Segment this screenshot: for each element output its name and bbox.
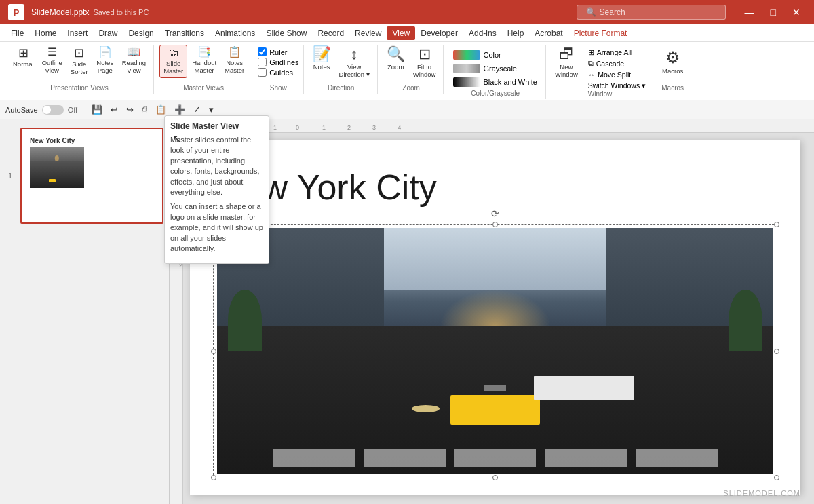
check-button[interactable]: ✓: [191, 103, 204, 116]
menu-slideshow[interactable]: Slide Show: [260, 26, 312, 40]
cascade-label: Cascade: [596, 60, 624, 68]
menu-transitions[interactable]: Transitions: [159, 26, 210, 40]
view-direction-button[interactable]: ↕ ViewDirection ▾: [336, 45, 373, 81]
slide-thumbnail-1[interactable]: 1 New York City: [20, 128, 163, 224]
autosave-toggle[interactable]: [42, 105, 64, 115]
master-views-label: Master Views: [183, 84, 224, 94]
crosswalk: [273, 449, 718, 467]
more-qa-button[interactable]: ▾: [206, 103, 216, 116]
handle-ml[interactable]: [211, 349, 216, 354]
menu-draw[interactable]: Draw: [93, 26, 123, 40]
redo-button[interactable]: ↪: [123, 103, 136, 116]
switch-windows-button[interactable]: Switch Windows ▾: [585, 81, 648, 90]
saved-status: Saved to this PC: [93, 8, 149, 16]
handle-tr[interactable]: [774, 222, 779, 227]
menu-file[interactable]: File: [5, 26, 29, 40]
zoom-label: Zoom: [387, 63, 404, 71]
toggle-knob: [43, 106, 51, 114]
paste-button[interactable]: 📋: [153, 103, 169, 116]
new-window-icon: 🗗: [559, 47, 574, 62]
handle-br[interactable]: [774, 475, 779, 480]
color-group-label: Color/Grayscale: [471, 90, 520, 99]
fit-window-button[interactable]: ⊡ Fit toWindow: [410, 45, 440, 81]
menu-review[interactable]: Review: [349, 26, 387, 40]
black-white-label: Black and White: [483, 78, 537, 86]
menu-developer[interactable]: Developer: [415, 26, 463, 40]
notes-ribbon-label: Notes: [313, 63, 330, 71]
notes-master-button[interactable]: 📋 NotesMaster: [221, 45, 248, 77]
title-bar: P SlideModel.pptx Saved to this PC 🔍 Sea…: [0, 0, 814, 24]
notes-page-button[interactable]: 📄 NotesPage: [93, 45, 117, 77]
guides-checkbox-label[interactable]: Guides: [258, 68, 298, 77]
zoom-button[interactable]: 🔍 Zoom: [383, 45, 408, 73]
slide-sorter-button[interactable]: ⊡ SlideSorter: [67, 45, 92, 78]
close-button[interactable]: ✕: [787, 5, 806, 19]
slide-master-button[interactable]: 🗂 SlideMaster: [159, 45, 187, 78]
search-placeholder: Search: [600, 7, 625, 17]
menu-help[interactable]: Help: [502, 26, 530, 40]
slide-master-icon: 🗂: [168, 47, 179, 58]
handout-master-icon: 📑: [197, 47, 211, 58]
notes-ribbon-button[interactable]: 📝 Notes: [309, 45, 334, 73]
presentation-views-buttons: ⊞ Normal ☰ OutlineView ⊡ SlideSorter 📄 N…: [9, 45, 149, 78]
guides-label: Guides: [269, 69, 293, 77]
menu-acrobat[interactable]: Acrobat: [529, 26, 568, 40]
print-button[interactable]: ⎙: [139, 103, 150, 116]
color-label: Color: [483, 51, 501, 59]
watermark: SLIDEMODEL.COM: [723, 489, 800, 497]
undo-button[interactable]: ↩: [108, 103, 121, 116]
outline-icon: ☰: [47, 47, 57, 58]
guides-checkbox[interactable]: [258, 68, 267, 77]
black-white-button[interactable]: Black and White: [449, 76, 541, 88]
show-checkboxes: Ruler Gridlines Guides: [258, 45, 298, 79]
gridlines-checkbox[interactable]: [258, 58, 267, 66]
ruler-mark: 3: [372, 124, 376, 131]
ruler-checkbox[interactable]: [258, 47, 267, 56]
color-button[interactable]: Color: [449, 49, 541, 61]
handle-tm[interactable]: [492, 222, 498, 227]
search-box[interactable]: 🔍 Search: [577, 5, 726, 20]
arrange-all-button[interactable]: ⊞ Arrange All: [585, 47, 648, 57]
save-button[interactable]: 💾: [89, 103, 105, 116]
slide-thumb-frame: New York City: [20, 128, 163, 224]
app-logo: P: [8, 4, 24, 20]
add-button[interactable]: ➕: [172, 103, 188, 116]
menu-view[interactable]: View: [387, 26, 415, 40]
crosswalk-stripe: [636, 449, 718, 467]
minimize-button[interactable]: —: [739, 5, 760, 19]
menu-animations[interactable]: Animations: [210, 26, 260, 40]
move-split-button[interactable]: ↔ Move Split: [585, 70, 648, 79]
rotate-handle[interactable]: ⟳: [491, 208, 499, 219]
crosswalk-stripe: [454, 449, 537, 467]
menu-home[interactable]: Home: [29, 26, 62, 40]
zoom-group-label: Zoom: [402, 84, 420, 94]
thumb-image: [30, 147, 84, 188]
ribbon: ⊞ Normal ☰ OutlineView ⊡ SlideSorter 📄 N…: [0, 42, 814, 100]
menu-insert[interactable]: Insert: [62, 26, 93, 40]
ruler-checkbox-label[interactable]: Ruler: [258, 47, 298, 56]
menu-addins[interactable]: Add-ins: [463, 26, 502, 40]
notes-master-label: NotesMaster: [225, 59, 244, 75]
cascade-button[interactable]: ⧉ Cascade: [585, 58, 648, 69]
normal-view-button[interactable]: ⊞ Normal: [9, 45, 37, 70]
handle-mr[interactable]: [774, 349, 779, 354]
notes-ribbon-icon: 📝: [313, 47, 331, 62]
handle-bm[interactable]: [492, 475, 498, 480]
ribbon-group-color: Color Grayscale Black and White Color/Gr…: [445, 45, 545, 99]
grayscale-button[interactable]: Grayscale: [449, 62, 541, 75]
slide-thumb-inner: New York City: [24, 132, 160, 220]
window-group-content: 🗗 NewWindow ⊞ Arrange All ⧉ Cascade ↔ Mo…: [551, 45, 648, 90]
handout-master-button[interactable]: 📑 HandoutMaster: [189, 45, 220, 77]
menu-picture-format[interactable]: Picture Format: [568, 26, 633, 40]
handle-bl[interactable]: [211, 475, 216, 480]
new-window-button[interactable]: 🗗 NewWindow: [551, 45, 581, 81]
gridlines-checkbox-label[interactable]: Gridlines: [258, 58, 298, 66]
direction-label: Direction: [328, 84, 354, 94]
outline-view-button[interactable]: ☰ OutlineView: [39, 45, 66, 77]
macros-button[interactable]: ⚙ Macros: [659, 47, 686, 77]
reading-view-button[interactable]: 📖 ReadingView: [119, 45, 149, 77]
menu-record[interactable]: Record: [312, 26, 349, 40]
maximize-button[interactable]: □: [765, 5, 781, 19]
slide-image-container[interactable]: ⟳: [217, 228, 773, 474]
menu-design[interactable]: Design: [123, 26, 159, 40]
